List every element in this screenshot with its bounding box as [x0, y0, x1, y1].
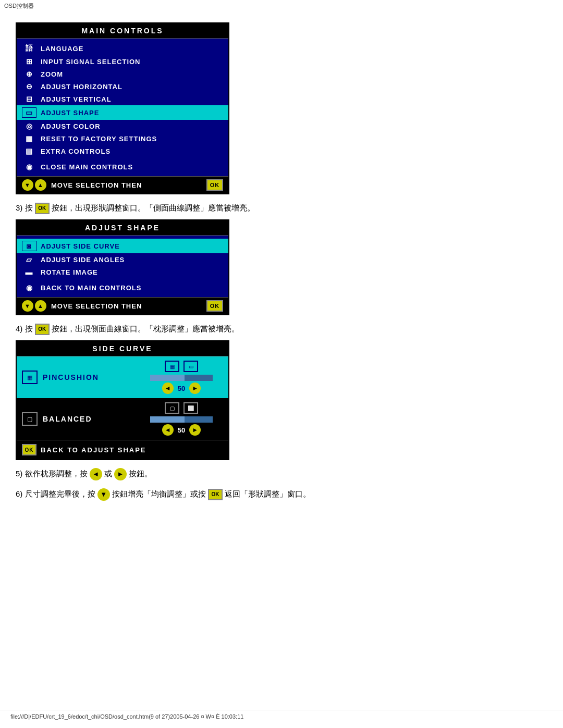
- rotate-icon: ▬: [22, 268, 36, 276]
- down-arrow-btn-2[interactable]: ▼: [22, 300, 33, 312]
- down-arrow-btn-6[interactable]: ▼: [97, 488, 110, 501]
- language-icon: 語: [22, 44, 36, 53]
- adjust-shape-header: ADJUST SHAPE: [17, 220, 228, 236]
- right-arrow-btn-5[interactable]: ►: [114, 468, 127, 480]
- main-controls-header: MAIN CONTROLS: [17, 23, 228, 39]
- main-controls-item-language[interactable]: 語 LANGUAGE: [17, 42, 228, 55]
- balanced-row: ▢ BALANCED ▢ ⬜ ◄ 50 ►: [17, 398, 228, 440]
- pincushion-row[interactable]: ▦ PINCUSHION ▦ ▭ ◄ 50 ►: [17, 356, 228, 398]
- main-controls-item-reset[interactable]: ▦ RESET TO FACTORY SETTINGS: [17, 132, 228, 145]
- main-controls-item-close[interactable]: ◉ CLOSE MAIN CONTROLS: [17, 161, 228, 173]
- main-controls-item-shape[interactable]: ▭ ADJUST SHAPE: [17, 105, 228, 120]
- pincushion-icon: ▦: [22, 371, 38, 384]
- balanced-icon: ▢: [22, 412, 38, 426]
- pincushion-icon-left: ▦: [165, 361, 179, 372]
- ok-button[interactable]: OK: [206, 179, 223, 191]
- main-controls-panel: MAIN CONTROLS 語 LANGUAGE ⊞ INPUT SIGNAL …: [16, 22, 229, 194]
- pincushion-right-btn[interactable]: ►: [189, 382, 201, 394]
- balanced-icon-left: ▢: [165, 402, 179, 414]
- side-curve-footer: OK BACK TO ADJUST SHAPE: [17, 440, 228, 459]
- close-icon: ◉: [22, 163, 36, 171]
- pincushion-left-btn[interactable]: ◄: [162, 382, 174, 394]
- reset-icon: ▦: [22, 134, 36, 143]
- input-icon: ⊞: [22, 57, 36, 66]
- side-curve-icon: ◙: [22, 241, 36, 251]
- side-angles-icon: ▱: [22, 255, 36, 264]
- balanced-icon-right: ⬜: [183, 402, 198, 414]
- main-controls-item-vert[interactable]: ⊟ ADJUST VERTICAL: [17, 93, 228, 105]
- down-arrow-btn[interactable]: ▼: [22, 179, 33, 191]
- main-controls-item-input[interactable]: ⊞ INPUT SIGNAL SELECTION: [17, 55, 228, 68]
- back-shape-label: BACK TO ADJUST SHAPE: [41, 446, 146, 454]
- adjust-shape-item-sidecurve[interactable]: ◙ ADJUST SIDE CURVE: [17, 239, 228, 253]
- footer-bar: file:///D|/EDFU/crt_19_6/edoc/t_chi/OSD/…: [0, 710, 563, 723]
- main-controls-item-extra[interactable]: ▤ EXTRA CONTROLS: [17, 145, 228, 157]
- ok-inline-btn-3[interactable]: OK: [35, 203, 50, 214]
- adjust-shape-item-sideangles[interactable]: ▱ ADJUST SIDE ANGLES: [17, 253, 228, 266]
- pincushion-value: 50: [178, 385, 185, 392]
- balanced-right-btn[interactable]: ►: [189, 424, 201, 436]
- shape-icon: ▭: [22, 107, 36, 118]
- color-icon: ◎: [22, 122, 36, 130]
- back-main-icon: ◉: [22, 283, 36, 292]
- footer-text: file:///D|/EDFU/crt_19_6/edoc/t_chi/OSD/…: [10, 713, 243, 720]
- pincushion-label: PINCUSHION: [43, 373, 111, 381]
- extra-icon: ▤: [22, 147, 36, 155]
- adjust-shape-item-rotate[interactable]: ▬ ROTATE IMAGE: [17, 266, 228, 278]
- main-controls-item-zoom[interactable]: ⊕ ZOOM: [17, 68, 228, 80]
- ok-button-2[interactable]: OK: [206, 300, 223, 312]
- ok-inline-btn-4[interactable]: OK: [35, 324, 50, 335]
- balanced-label: BALANCED: [43, 415, 111, 423]
- left-arrow-btn-5[interactable]: ◄: [90, 468, 102, 480]
- up-arrow-btn-2[interactable]: ▲: [35, 300, 46, 312]
- instruction-6: 6) 尺寸調整完畢後，按 ▼ 按鈕增亮「均衡調整」或按 OK 返回「形狀調整」窗…: [16, 488, 547, 501]
- back-shape-icon: OK: [22, 444, 36, 455]
- vert-icon: ⊟: [22, 95, 36, 103]
- instruction-4: 4) 按 OK 按鈕，出現側面曲線窗口。「枕形調整」應當被增亮。: [16, 323, 547, 335]
- adjust-shape-footer: ▼ ▲ MOVE SELECTION THEN OK: [17, 297, 228, 314]
- window-title: OSD控制器: [0, 0, 563, 12]
- instruction-3: 3) 按 OK 按鈕，出現形狀調整窗口。「側面曲線調整」應當被增亮。: [16, 202, 547, 214]
- pincushion-icon-right: ▭: [183, 361, 198, 372]
- adjust-shape-panel: ADJUST SHAPE ◙ ADJUST SIDE CURVE ▱ ADJUS…: [16, 219, 229, 315]
- balanced-left-btn[interactable]: ◄: [162, 424, 174, 436]
- up-arrow-btn[interactable]: ▲: [35, 179, 46, 191]
- main-controls-item-color[interactable]: ◎ ADJUST COLOR: [17, 120, 228, 132]
- ok-inline-btn-6[interactable]: OK: [208, 489, 223, 500]
- horiz-icon: ⊖: [22, 82, 36, 91]
- instruction-5: 5) 欲作枕形調整，按 ◄ 或 ► 按鈕。: [16, 467, 547, 480]
- main-controls-footer: ▼ ▲ MOVE SELECTION THEN OK: [17, 176, 228, 193]
- adjust-shape-item-back[interactable]: ◉ BACK TO MAIN CONTROLS: [17, 281, 228, 294]
- side-curve-panel: SIDE CURVE ▦ PINCUSHION ▦ ▭ ◄ 50 ►: [16, 340, 229, 460]
- zoom-icon: ⊕: [22, 70, 36, 78]
- side-curve-header: SIDE CURVE: [17, 341, 228, 356]
- main-controls-item-horiz[interactable]: ⊖ ADJUST HORIZONTAL: [17, 80, 228, 93]
- balanced-value: 50: [178, 426, 185, 434]
